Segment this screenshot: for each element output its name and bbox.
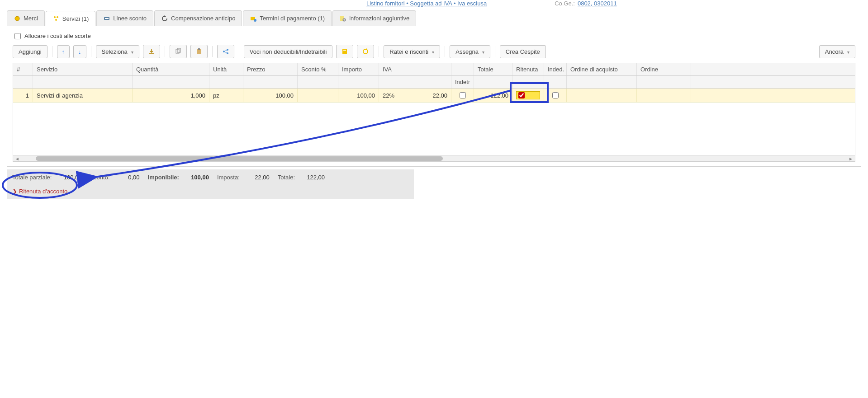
cell-unita[interactable]: pz <box>209 89 243 102</box>
col-n[interactable]: # <box>13 63 33 75</box>
totals-panel: Totale parziale:100,00 Sconto:0,00 Impon… <box>7 169 414 199</box>
share-icon <box>222 48 229 55</box>
paste-button[interactable] <box>190 45 208 58</box>
imposta-label: Imposta: <box>217 174 240 181</box>
imposta-val: 22,00 <box>242 174 270 181</box>
scroll-right-icon[interactable]: ► <box>849 156 853 161</box>
col-inded[interactable]: Inded. <box>544 63 567 75</box>
svg-rect-17 <box>342 49 347 54</box>
share-button[interactable] <box>217 45 234 58</box>
discount-icon <box>103 15 110 22</box>
advance-icon <box>161 15 168 22</box>
coge-link[interactable]: 0802, 0302011 <box>578 0 617 7</box>
tab-linee-label: Linee sconto <box>113 15 147 22</box>
tab-servizi[interactable]: Servizi (1) <box>46 11 96 26</box>
download-button[interactable] <box>143 45 160 58</box>
tab-linee-sconto[interactable]: Linee sconto <box>96 10 153 26</box>
cell-sconto[interactable] <box>298 89 338 102</box>
cell-prezzo[interactable]: 100,00 <box>243 89 298 102</box>
col-ordine[interactable]: Ordine <box>637 63 691 75</box>
svg-point-14 <box>223 51 225 52</box>
inded-checkbox[interactable] <box>552 92 559 98</box>
supplier-list-link[interactable]: Listino fornitori • Soggetta ad IVA • Iv… <box>366 0 487 7</box>
copy-icon <box>175 48 182 55</box>
col-indetr-top <box>451 63 474 75</box>
coge-label: Co.Ge.: <box>555 0 575 7</box>
calculator-icon <box>341 48 348 55</box>
table-row[interactable]: 1 Servizi di agenzia 1,000 pz 100,00 100… <box>13 89 855 103</box>
ritenuta-acconto-link[interactable]: ❯ Ritenuta d'acconto <box>12 188 67 195</box>
copy-button[interactable] <box>170 45 187 58</box>
select-button[interactable]: Seleziona <box>96 45 139 58</box>
tab-servizi-label: Servizi (1) <box>62 15 89 22</box>
cell-indetr[interactable] <box>451 89 474 102</box>
refresh-icon <box>362 48 369 55</box>
ancora-button[interactable]: Ancora <box>819 45 855 58</box>
svg-rect-5 <box>105 18 109 19</box>
crea-cespite-button[interactable]: Crea Cespite <box>500 45 546 58</box>
ritenuta-checkbox[interactable] <box>518 92 525 98</box>
cell-n: 1 <box>13 89 33 102</box>
chevron-right-icon: ❯ <box>12 188 17 195</box>
svg-point-3 <box>55 19 57 21</box>
toolbar: Aggiungi Seleziona Voci non deducibili/I… <box>13 45 855 63</box>
cell-ritenuta[interactable] <box>512 89 544 102</box>
horizontal-scrollbar[interactable]: ◄ ► <box>13 155 855 161</box>
cell-servizio[interactable]: Servizi di agenzia <box>33 89 133 102</box>
move-down-button[interactable] <box>73 45 86 58</box>
arrow-down-icon <box>78 48 81 55</box>
ratei-button[interactable]: Ratei e risconti <box>384 45 440 58</box>
imponibile-label: Imponibile: <box>148 174 179 181</box>
tab-termini-label: Termini di pagamento (1) <box>260 15 325 22</box>
additional-info-icon <box>339 15 346 22</box>
tab-termini[interactable]: Termini di pagamento (1) <box>243 10 332 26</box>
download-icon <box>148 48 155 55</box>
payment-terms-icon <box>250 15 257 22</box>
arrow-up-icon <box>62 48 65 55</box>
scroll-left-icon[interactable]: ◄ <box>15 156 19 161</box>
indetr-checkbox[interactable] <box>460 92 466 98</box>
cell-inded[interactable] <box>544 89 567 102</box>
services-panel: Allocare i costi alle scorte Aggiungi Se… <box>7 26 861 167</box>
add-button[interactable]: Aggiungi <box>13 45 47 58</box>
calc-button[interactable] <box>336 45 353 58</box>
col-unita[interactable]: Unità <box>209 63 243 75</box>
col-ordine-acq[interactable]: Ordine di acquisto <box>567 63 637 75</box>
tabs-bar: Merci Servizi (1) Linee sconto Compensaz… <box>0 10 868 26</box>
tab-info-agg[interactable]: informazioni aggiuntive <box>332 10 416 26</box>
col-servizio[interactable]: Servizio <box>33 63 133 75</box>
col-prezzo[interactable]: Prezzo <box>243 63 298 75</box>
col-importo[interactable]: Importo <box>338 63 379 75</box>
svg-point-1 <box>54 16 56 18</box>
goods-icon <box>14 15 21 22</box>
services-grid: # Servizio Quantità Unità Prezzo Sconto … <box>13 63 855 162</box>
refresh-button[interactable] <box>357 45 374 58</box>
imponibile-val: 100,00 <box>182 174 209 181</box>
col-iva[interactable]: IVA <box>379 63 451 75</box>
svg-point-0 <box>15 16 19 21</box>
scroll-thumb[interactable] <box>36 156 443 161</box>
cell-importo[interactable]: 100,00 <box>338 89 379 102</box>
col-indetr[interactable]: Indetr <box>451 76 474 88</box>
cell-ordine-acq[interactable] <box>567 89 637 102</box>
col-totale[interactable]: Totale <box>474 63 512 75</box>
cell-iva[interactable]: 22% <box>379 89 415 102</box>
col-quantita[interactable]: Quantità <box>133 63 209 75</box>
tab-info-label: informazioni aggiuntive <box>349 15 409 22</box>
totale-val: 122,00 <box>298 174 325 181</box>
cell-ordine[interactable] <box>637 89 691 102</box>
voci-button[interactable]: Voci non deducibili/Indetraibili <box>244 45 333 58</box>
totale-parziale-val: 100,00 <box>54 174 81 181</box>
tab-merci-label: Merci <box>24 15 38 22</box>
services-icon <box>52 15 60 22</box>
tab-merci[interactable]: Merci <box>7 10 45 26</box>
allocate-checkbox[interactable] <box>14 33 21 39</box>
tab-compensazione[interactable]: Compensazione anticipo <box>154 10 242 26</box>
ritenuta-link-label: Ritenuta d'acconto <box>19 188 67 195</box>
col-sconto[interactable]: Sconto % <box>298 63 338 75</box>
col-ritenuta[interactable]: Ritenuta <box>512 63 544 75</box>
move-up-button[interactable] <box>57 45 70 58</box>
cell-iva-amt: 22,00 <box>415 89 451 102</box>
assegna-button[interactable]: Assegna <box>450 45 490 58</box>
cell-quantita[interactable]: 1,000 <box>133 89 209 102</box>
